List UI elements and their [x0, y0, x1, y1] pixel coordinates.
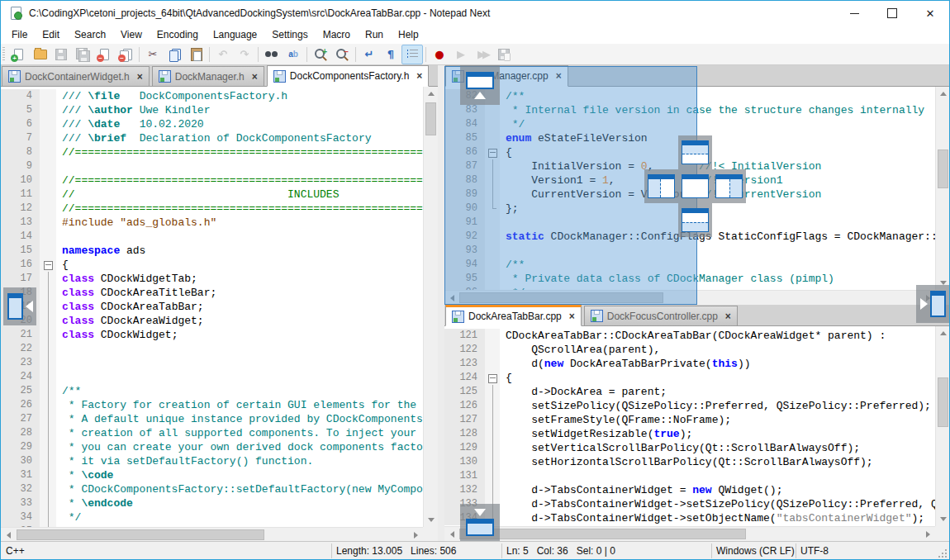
tab-dockcontainerwidget-h[interactable]: DockContainerWidget.h× [2, 66, 150, 86]
menu-search[interactable]: Search [67, 27, 113, 42]
dock-left-indicator[interactable] [644, 169, 678, 203]
editor-dockareatabbar[interactable]: 121CDockAreaTabBar::CDockAreaTabBar(CDoc… [444, 326, 935, 526]
menu-view[interactable]: View [113, 27, 150, 42]
left-vertical-scrollbar[interactable] [423, 87, 438, 527]
close-button[interactable]: ✕ [911, 1, 949, 26]
code-line: 134 d->TabsContainerWidget->setObjectNam… [444, 511, 935, 525]
scroll-up-arrow[interactable] [424, 87, 439, 101]
zoom-in-button[interactable]: + [310, 45, 331, 64]
menu-run[interactable]: Run [358, 27, 391, 42]
line-number: 9 [1, 159, 40, 173]
dock-right-indicator[interactable] [712, 169, 746, 203]
menu-language[interactable]: Language [206, 27, 264, 42]
code-line: 17class CDockWidgetTab; [1, 272, 423, 286]
replace-button[interactable]: ab [283, 45, 304, 64]
find-button[interactable] [261, 45, 283, 64]
fold-collapse-marker[interactable] [44, 261, 53, 270]
scroll-up-arrow[interactable] [936, 87, 950, 101]
close-all-files-button[interactable]: − [115, 45, 136, 64]
tab-dockfocuscontroller-cpp[interactable]: DockFocusController.cpp× [584, 306, 738, 325]
code-text: * you can create your own derived dock c… [56, 440, 423, 454]
scroll-left-arrow[interactable] [444, 527, 459, 541]
scroll-thumb[interactable] [425, 102, 436, 135]
maximize-button[interactable] [873, 1, 911, 26]
dock-center-indicator[interactable] [678, 169, 712, 203]
close-file-button[interactable]: − [93, 45, 115, 64]
menu-edit[interactable]: Edit [35, 27, 67, 42]
edge-left-indicator[interactable] [3, 287, 36, 325]
bottom-right-vertical-scrollbar[interactable] [935, 326, 950, 526]
fold-margin [40, 398, 56, 412]
bottom-right-horizontal-scrollbar[interactable] [444, 526, 935, 541]
menu-settings[interactable]: Settings [264, 27, 315, 42]
fold-margin [40, 216, 56, 230]
code-line: 30 * it via setDefaultFactory() function… [1, 454, 423, 468]
tab-close-button[interactable]: × [252, 71, 258, 83]
fold-collapse-marker[interactable] [488, 374, 497, 383]
menu-file[interactable]: File [4, 27, 35, 42]
code-text: { [56, 258, 69, 272]
edge-top-indicator[interactable] [460, 65, 500, 105]
scroll-thumb[interactable] [17, 529, 264, 540]
tab-close-button[interactable]: × [416, 70, 422, 82]
left-horizontal-scrollbar[interactable] [1, 527, 423, 542]
tab-dockareatabbar-cpp[interactable]: DockAreaTabBar.cpp× [445, 305, 582, 326]
menu-macro[interactable]: Macro [316, 27, 358, 42]
fold-guide-line [48, 328, 49, 342]
scroll-down-arrow[interactable] [424, 513, 439, 527]
tab-label: DockManager.h [175, 71, 245, 83]
line-number: 123 [444, 357, 485, 371]
scroll-thumb[interactable] [938, 377, 948, 427]
edge-bottom-indicator[interactable] [460, 504, 500, 541]
status-eol-format[interactable]: Windows (CR LF) [716, 545, 795, 557]
menu-help[interactable]: Help [391, 27, 426, 42]
code-line: 10//====================================… [1, 173, 423, 187]
code-line: 126 setSizePolicy(QSizePolicy::Preferred… [444, 399, 935, 413]
dock-bottom-indicator[interactable] [678, 203, 712, 237]
scroll-down-arrow[interactable] [936, 512, 950, 526]
code-line: 21class CDockWidget; [1, 328, 423, 342]
menu-encoding[interactable]: Encoding [150, 27, 206, 42]
status-bar: C++ Length: 13.005 Lines: 506 Ln: 5 Col:… [1, 541, 949, 560]
resize-grip[interactable] [938, 548, 948, 558]
code-line: 127 setFrameStyle(QFrame::NoFrame); [444, 413, 935, 427]
scroll-thumb[interactable] [938, 149, 948, 188]
dock-top-indicator[interactable] [678, 135, 712, 169]
tab-close-button[interactable]: × [725, 311, 731, 322]
indentation-guides-button[interactable] [401, 45, 423, 64]
code-line: 7/// \brief Declaration of DockComponent… [1, 131, 423, 145]
scroll-left-arrow[interactable] [1, 528, 16, 542]
code-text: * \endcode [56, 496, 133, 510]
new-file-button[interactable]: + [7, 45, 29, 64]
fold-margin [40, 356, 56, 370]
toolbar-separator [425, 47, 426, 62]
show-all-characters-button[interactable]: ¶ [380, 45, 401, 64]
record-macro-button[interactable]: ● [429, 45, 450, 64]
tab-close-button[interactable]: × [569, 311, 575, 322]
open-file-button[interactable] [29, 45, 50, 64]
scroll-right-arrow[interactable] [408, 528, 423, 542]
copy-button[interactable] [164, 45, 185, 64]
top-right-vertical-scrollbar[interactable] [935, 87, 950, 290]
fold-guide-line [48, 356, 49, 370]
zoom-out-button[interactable]: − [331, 45, 353, 64]
scroll-up-arrow[interactable] [936, 326, 950, 340]
fold-guide-line [492, 483, 493, 497]
toolbar-separator [258, 47, 259, 62]
tab-dockmanager-h[interactable]: DockManager.h× [152, 66, 264, 86]
title-bar[interactable]: C:\CodingXP\cetoni_projects_64bit\QtAdva… [1, 1, 949, 26]
edge-right-indicator[interactable] [916, 285, 949, 323]
editor-dockcomponentsfactory[interactable]: 4/// \file DockComponentsFactory.h5/// \… [1, 87, 423, 527]
tab-close-button[interactable]: × [137, 71, 143, 83]
paste-button[interactable] [185, 45, 207, 64]
status-encoding[interactable]: UTF-8 [800, 545, 829, 557]
cut-button[interactable]: ✂ [142, 45, 164, 64]
line-number: 4 [1, 89, 40, 103]
scroll-right-arrow[interactable] [920, 527, 935, 541]
word-wrap-button[interactable]: ↵ [359, 45, 380, 64]
tab-dockcomponentsfactory-h[interactable]: DockComponentsFactory.h× [267, 65, 430, 87]
status-language[interactable]: C++ [6, 545, 25, 557]
minimize-button[interactable] [835, 1, 873, 26]
scroll-thumb[interactable] [459, 529, 746, 539]
vertical-splitter[interactable] [438, 65, 444, 542]
